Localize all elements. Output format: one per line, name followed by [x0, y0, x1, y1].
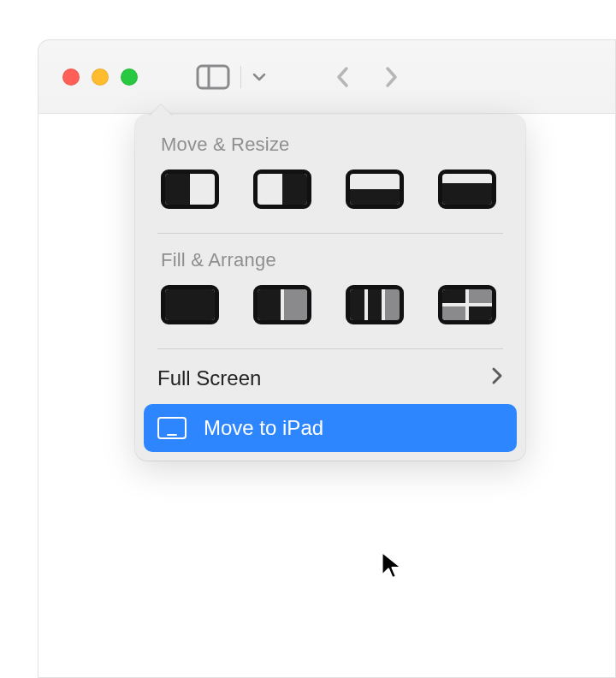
window-controls [62, 68, 138, 86]
ipad-icon [157, 417, 187, 439]
fullscreen-label: Full Screen [157, 366, 261, 390]
arrange-left-two-button[interactable] [346, 285, 404, 324]
arrange-left-right-button[interactable] [253, 285, 311, 324]
forward-button[interactable] [382, 64, 400, 90]
close-window-button[interactable] [62, 68, 80, 86]
minimize-window-button[interactable] [92, 68, 109, 86]
chevron-left-icon [335, 64, 352, 90]
back-button[interactable] [335, 64, 352, 90]
tile-bottom-half-button[interactable] [346, 170, 404, 209]
chevron-down-icon [252, 69, 267, 85]
move-resize-row [135, 166, 525, 228]
menu-separator [157, 348, 503, 349]
tile-left-half-button[interactable] [161, 170, 219, 209]
fill-screen-button[interactable] [161, 285, 219, 324]
window-tiling-menu: Move & Resize Fill & Arrange [135, 115, 525, 461]
tile-right-half-button[interactable] [253, 170, 311, 209]
chevron-right-icon [382, 64, 400, 90]
fullscreen-menu-item[interactable]: Full Screen [135, 354, 525, 402]
sidebar-dropdown-button[interactable] [243, 64, 275, 90]
fill-arrange-row [135, 282, 525, 343]
move-to-ipad-label: Move to iPad [204, 416, 323, 440]
arrange-quarters-button[interactable] [438, 285, 496, 324]
sidebar-toggle-button[interactable] [187, 59, 239, 95]
toolbar-divider [240, 66, 241, 88]
move-to-ipad-menu-item[interactable]: Move to iPad [144, 404, 517, 452]
svg-rect-0 [198, 66, 228, 88]
chevron-right-icon [491, 366, 503, 390]
fullscreen-window-button[interactable] [121, 68, 138, 86]
section-label-move-resize: Move & Resize [135, 123, 525, 166]
sidebar-control-group [187, 59, 275, 95]
window-titlebar [38, 40, 615, 114]
tile-bottom-large-button[interactable] [438, 170, 496, 209]
section-label-fill-arrange: Fill & Arrange [135, 239, 525, 282]
navigation-group [335, 64, 400, 90]
menu-separator [157, 233, 503, 234]
